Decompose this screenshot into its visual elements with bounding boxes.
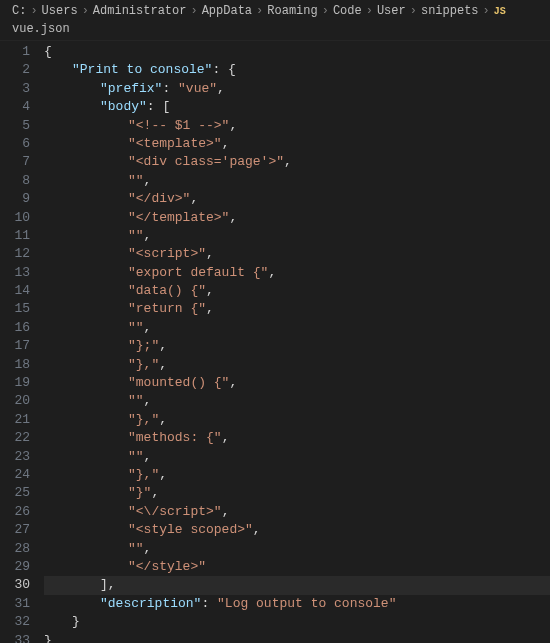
code-line[interactable]: "", [44, 172, 550, 190]
chevron-right-icon: › [366, 4, 373, 18]
breadcrumb-part[interactable]: C: [12, 4, 26, 18]
chevron-right-icon: › [256, 4, 263, 18]
line-number: 21 [0, 411, 30, 429]
breadcrumb-part[interactable]: Administrator [93, 4, 187, 18]
line-number: 15 [0, 300, 30, 318]
breadcrumb-part[interactable]: Roaming [267, 4, 317, 18]
code-line[interactable]: "body": [ [44, 98, 550, 116]
line-number: 6 [0, 135, 30, 153]
code-line[interactable]: "};", [44, 337, 550, 355]
line-number: 13 [0, 264, 30, 282]
code-line[interactable]: "Print to console": { [44, 61, 550, 79]
line-number: 14 [0, 282, 30, 300]
chevron-right-icon: › [82, 4, 89, 18]
code-line[interactable]: ], [44, 576, 550, 594]
line-number: 26 [0, 503, 30, 521]
code-line[interactable]: "},", [44, 356, 550, 374]
line-number: 27 [0, 521, 30, 539]
code-line[interactable]: "", [44, 319, 550, 337]
line-number: 17 [0, 337, 30, 355]
line-number: 11 [0, 227, 30, 245]
code-line[interactable]: "</div>", [44, 190, 550, 208]
code-line[interactable]: "<template>", [44, 135, 550, 153]
chevron-right-icon: › [410, 4, 417, 18]
code-line[interactable]: "</style>" [44, 558, 550, 576]
line-number: 24 [0, 466, 30, 484]
line-number: 3 [0, 80, 30, 98]
line-number: 12 [0, 245, 30, 263]
line-number: 7 [0, 153, 30, 171]
breadcrumb-part[interactable]: AppData [202, 4, 252, 18]
line-number: 33 [0, 632, 30, 644]
code-line[interactable]: "<style scoped>", [44, 521, 550, 539]
line-number: 31 [0, 595, 30, 613]
line-number: 8 [0, 172, 30, 190]
code-line[interactable]: "},", [44, 466, 550, 484]
code-line[interactable]: "<div class='page'>", [44, 153, 550, 171]
chevron-right-icon: › [30, 4, 37, 18]
breadcrumb-part[interactable]: snippets [421, 4, 479, 18]
line-number: 5 [0, 117, 30, 135]
code-line[interactable]: "}", [44, 484, 550, 502]
breadcrumb-part[interactable]: Code [333, 4, 362, 18]
code-line[interactable]: "", [44, 448, 550, 466]
code-line[interactable]: } [44, 613, 550, 631]
breadcrumb[interactable]: C: › Users › Administrator › AppData › R… [0, 0, 550, 41]
code-content[interactable]: {"Print to console": {"prefix": "vue","b… [44, 41, 550, 643]
line-number: 4 [0, 98, 30, 116]
line-number: 23 [0, 448, 30, 466]
code-line[interactable]: "},", [44, 411, 550, 429]
line-number: 25 [0, 484, 30, 502]
code-line[interactable]: "prefix": "vue", [44, 80, 550, 98]
code-editor[interactable]: 1234567891011121314151617181920212223242… [0, 41, 550, 643]
line-number: 30 [0, 576, 30, 594]
line-number: 9 [0, 190, 30, 208]
chevron-right-icon: › [190, 4, 197, 18]
line-number: 16 [0, 319, 30, 337]
code-line[interactable]: "<\/script>", [44, 503, 550, 521]
line-number: 2 [0, 61, 30, 79]
code-line[interactable]: "description": "Log output to console" [44, 595, 550, 613]
code-line[interactable]: { [44, 43, 550, 61]
line-number: 29 [0, 558, 30, 576]
code-line[interactable]: } [44, 632, 550, 644]
code-line[interactable]: "export default {", [44, 264, 550, 282]
line-number: 32 [0, 613, 30, 631]
line-number: 28 [0, 540, 30, 558]
line-number: 22 [0, 429, 30, 447]
line-number: 18 [0, 356, 30, 374]
chevron-right-icon: › [322, 4, 329, 18]
code-line[interactable]: "return {", [44, 300, 550, 318]
breadcrumb-part[interactable]: User [377, 4, 406, 18]
code-line[interactable]: "", [44, 540, 550, 558]
line-number-gutter: 1234567891011121314151617181920212223242… [0, 41, 44, 643]
code-line[interactable]: "</template>", [44, 209, 550, 227]
js-file-icon: JS [494, 6, 506, 17]
code-line[interactable]: "methods: {", [44, 429, 550, 447]
code-line[interactable]: "<script>", [44, 245, 550, 263]
code-line[interactable]: "", [44, 392, 550, 410]
code-line[interactable]: "mounted() {", [44, 374, 550, 392]
line-number: 19 [0, 374, 30, 392]
line-number: 20 [0, 392, 30, 410]
breadcrumb-file[interactable]: vue.json [12, 22, 70, 36]
chevron-right-icon: › [483, 4, 490, 18]
code-line[interactable]: "", [44, 227, 550, 245]
breadcrumb-part[interactable]: Users [42, 4, 78, 18]
code-line[interactable]: "data() {", [44, 282, 550, 300]
line-number: 10 [0, 209, 30, 227]
code-line[interactable]: "<!-- $1 -->", [44, 117, 550, 135]
line-number: 1 [0, 43, 30, 61]
